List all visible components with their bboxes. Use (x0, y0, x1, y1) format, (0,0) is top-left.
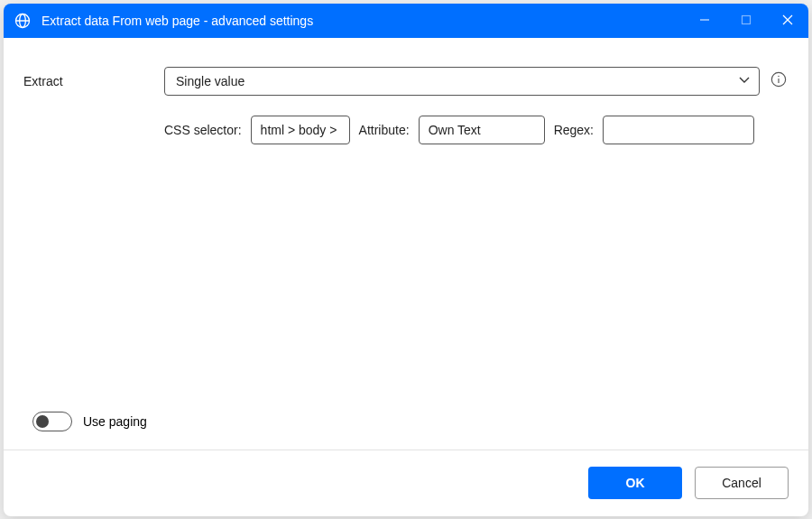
regex-label: Regex: (554, 123, 594, 137)
chevron-down-icon (737, 72, 752, 89)
extract-row: Extract Single value (23, 67, 789, 96)
extract-label: Extract (23, 74, 164, 88)
ok-button-label: OK (626, 476, 645, 490)
attribute-label: Attribute: (359, 123, 410, 137)
toggle-knob (36, 415, 49, 428)
minimize-button[interactable] (684, 4, 725, 38)
minimize-icon (699, 14, 710, 28)
maximize-icon (741, 14, 752, 28)
dialog-content: Extract Single value CSS selector: (4, 38, 808, 449)
close-icon (782, 14, 793, 28)
titlebar: Extract data From web page - advanced se… (4, 4, 808, 38)
paging-row: Use paging (32, 412, 789, 431)
dialog-window: Extract data From web page - advanced se… (4, 4, 808, 516)
dialog-footer: OK Cancel (4, 449, 808, 516)
css-selector-label: CSS selector: (164, 123, 242, 137)
window-title: Extract data From web page - advanced se… (42, 14, 684, 28)
svg-point-8 (778, 76, 779, 77)
info-icon (770, 71, 787, 90)
use-paging-label: Use paging (83, 414, 147, 429)
extract-select[interactable]: Single value (164, 67, 760, 96)
close-button[interactable] (767, 4, 808, 38)
regex-input[interactable] (603, 116, 754, 144)
css-selector-input[interactable] (251, 116, 350, 144)
cancel-button-label: Cancel (722, 476, 761, 490)
info-button[interactable] (769, 71, 789, 91)
globe-icon (13, 11, 32, 31)
cancel-button[interactable]: Cancel (695, 467, 789, 499)
extract-select-value: Single value (176, 74, 245, 88)
attribute-input[interactable] (419, 116, 545, 144)
ok-button[interactable]: OK (588, 467, 682, 499)
selector-fields-row: CSS selector: Attribute: Regex: (164, 116, 789, 144)
use-paging-toggle[interactable] (32, 412, 72, 431)
svg-rect-4 (743, 15, 751, 23)
maximize-button (725, 4, 767, 38)
window-controls (684, 4, 808, 38)
